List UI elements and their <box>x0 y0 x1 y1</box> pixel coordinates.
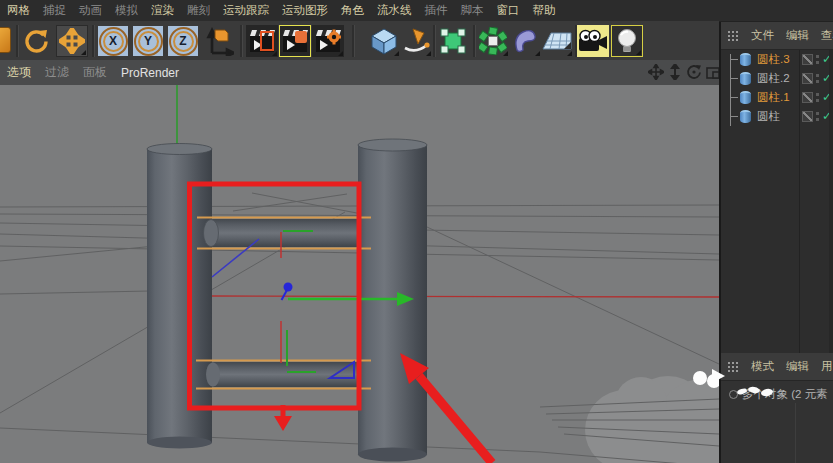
visibility-dots[interactable] <box>816 55 819 58</box>
coordinate-axes-icon <box>204 26 234 56</box>
x-axis-lock-button[interactable]: X <box>97 25 129 57</box>
layer-toggle[interactable] <box>802 73 813 84</box>
viewport-menu-prorender[interactable]: ProRender <box>121 66 179 80</box>
viewport-3d[interactable] <box>0 85 719 463</box>
pen-icon <box>402 27 430 55</box>
layer-toggle[interactable] <box>802 92 813 103</box>
cylinder-left[interactable] <box>147 144 212 449</box>
viewport-menu-options[interactable]: 选项 <box>7 64 31 81</box>
render-view-icon <box>249 29 275 53</box>
visibility-dots[interactable] <box>816 93 819 96</box>
deformer-button[interactable] <box>509 25 541 57</box>
menu-mograph[interactable]: 运动图形 <box>282 3 328 18</box>
menu-plugins[interactable]: 插件 <box>425 3 448 18</box>
rotate-view-icon[interactable] <box>686 64 702 80</box>
attribute-manager-header: 模式 编辑 用户 <box>721 353 833 381</box>
render-settings-button[interactable] <box>312 25 344 57</box>
visibility-dots[interactable] <box>816 112 819 115</box>
crossbar-upper[interactable] <box>204 219 369 247</box>
rotate-icon <box>23 28 49 54</box>
menu-help[interactable]: 帮助 <box>533 3 556 18</box>
camera-button[interactable] <box>577 25 609 57</box>
render-picture-viewer-button[interactable] <box>279 25 311 57</box>
cinema4d-window: 网格 捕捉 动画 模拟 渲染 雕刻 运动跟踪 运动图形 角色 流水线 插件 脚本… <box>0 0 833 463</box>
menu-mesh[interactable]: 网格 <box>7 3 30 18</box>
editable-cube-icon <box>439 27 467 55</box>
pen-tool-button[interactable] <box>400 25 432 57</box>
viewport-menu-panel[interactable]: 面板 <box>83 64 107 81</box>
object-name[interactable]: 圆柱.2 <box>757 71 790 86</box>
menu-character[interactable]: 角色 <box>341 3 364 18</box>
cylinder-right[interactable] <box>358 139 427 462</box>
menu-simulate[interactable]: 模拟 <box>115 3 138 18</box>
om-menu-file[interactable]: 文件 <box>751 28 774 43</box>
add-cube-button[interactable] <box>368 25 400 57</box>
scrollbar-track[interactable] <box>829 50 833 353</box>
floor-environment-button[interactable] <box>541 25 573 57</box>
viewport-menubar: 选项 过滤 面板 ProRender <box>0 60 726 86</box>
x-axis-icon: X <box>99 27 128 56</box>
z-axis-lock-button[interactable]: Z <box>167 25 199 57</box>
object-row[interactable]: 圆柱 ✓ <box>721 107 833 126</box>
light-button[interactable] <box>611 25 643 57</box>
cylinder-object-icon <box>740 91 751 104</box>
rotate-tool-button[interactable] <box>20 25 52 57</box>
viewport-menu-filter[interactable]: 过滤 <box>45 64 69 81</box>
attribute-manager-panel: 模式 编辑 用户 多个对象 (2 元素 <box>719 353 833 463</box>
object-manager-header: 文件 编辑 查看 <box>721 22 833 50</box>
layer-toggle[interactable] <box>802 111 813 122</box>
menu-script[interactable]: 脚本 <box>461 3 484 18</box>
watermark-dot <box>693 371 707 385</box>
cylinder-object-icon <box>740 72 751 85</box>
object-name[interactable]: 圆柱.1 <box>757 90 790 105</box>
render-view-button[interactable] <box>246 25 278 57</box>
cylinder-object-icon <box>740 110 751 123</box>
object-name[interactable]: 圆柱 <box>757 109 780 124</box>
am-menu-edit[interactable]: 编辑 <box>786 359 809 374</box>
menu-snap[interactable]: 捕捉 <box>43 3 66 18</box>
panel-grip-icon[interactable] <box>727 361 739 373</box>
camera-icon <box>578 29 608 53</box>
z-axis-icon: Z <box>169 27 198 56</box>
zoom-view-icon[interactable] <box>667 64 683 80</box>
am-menu-mode[interactable]: 模式 <box>751 359 774 374</box>
object-name[interactable]: 圆柱.3 <box>757 52 790 67</box>
object-row[interactable]: 圆柱.3 ✓ <box>721 50 833 69</box>
menu-animate[interactable]: 动画 <box>79 3 102 18</box>
cylinder-object-icon <box>740 53 751 66</box>
object-manager-panel: 文件 编辑 查看 圆柱.3 ✓ 圆柱.2 ✓ <box>719 22 833 353</box>
menu-sculpt[interactable]: 雕刻 <box>187 3 210 18</box>
om-menu-edit[interactable]: 编辑 <box>786 28 809 43</box>
am-menu-user[interactable]: 用户 <box>821 359 833 374</box>
object-row[interactable]: 圆柱.1 ✓ <box>721 88 833 107</box>
render-settings-icon <box>315 29 341 53</box>
mograph-cloner-icon <box>479 27 507 55</box>
make-editable-button[interactable] <box>437 25 469 57</box>
om-menu-view[interactable]: 查看 <box>821 28 833 43</box>
attribute-manager-body: 多个对象 (2 元素 <box>721 381 833 463</box>
main-menubar: 网格 捕捉 动画 模拟 渲染 雕刻 运动跟踪 运动图形 角色 流水线 插件 脚本… <box>0 0 833 22</box>
menu-render[interactable]: 渲染 <box>151 3 174 18</box>
menu-motion-tracker[interactable]: 运动跟踪 <box>223 3 269 18</box>
cube-icon <box>370 27 398 55</box>
main-toolbar: X Y Z <box>0 21 719 61</box>
undo-icon[interactable] <box>0 27 11 53</box>
coordinate-system-button[interactable] <box>203 25 235 57</box>
panel-grip-icon[interactable] <box>727 30 739 42</box>
pan-view-icon[interactable] <box>648 64 664 80</box>
menu-window[interactable]: 窗口 <box>497 3 520 18</box>
move-tool-button[interactable] <box>56 25 88 57</box>
attribute-column-divider <box>795 403 796 463</box>
menu-pipeline[interactable]: 流水线 <box>377 3 412 18</box>
floor-grid-icon <box>542 28 572 54</box>
mograph-cloner-button[interactable] <box>477 25 509 57</box>
y-axis-icon: Y <box>134 27 163 56</box>
visibility-dots[interactable] <box>816 74 819 77</box>
layer-toggle[interactable] <box>802 54 813 65</box>
y-axis-lock-button[interactable]: Y <box>132 25 164 57</box>
object-row[interactable]: 圆柱.2 ✓ <box>721 69 833 88</box>
render-picture-viewer-icon <box>282 29 308 53</box>
light-bulb-icon <box>615 27 639 55</box>
deformer-icon <box>511 27 539 55</box>
watermark-wedge <box>712 369 725 383</box>
